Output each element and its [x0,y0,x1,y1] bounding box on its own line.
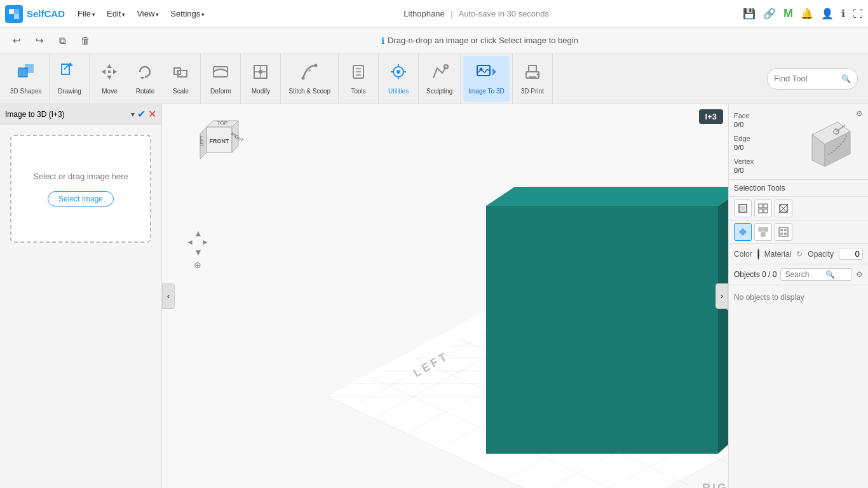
scale-button[interactable]: Scale [163,56,198,102]
svg-rect-18 [214,67,227,77]
color-swatch[interactable] [757,248,759,260]
left-panel: Image to 3D (I+3) ▾ ✔ ✕ Select or drag i… [0,104,162,488]
label-right: RIGHT [702,482,728,488]
rotate-button[interactable]: Rotate [128,56,162,102]
face-item: Face 0/0 [734,112,754,128]
autosave-text: Auto-save in 30 seconds [459,9,549,18]
undoredo-bar: ↩ ↪ ⧉ 🗑 ℹ Drag-n-drop an image or click … [0,28,868,53]
share-icon[interactable]: 🔗 [763,8,776,20]
objects-search-input[interactable] [785,270,823,279]
image-drop-zone[interactable]: Select or drag image here Select Image [10,135,151,243]
bell-icon[interactable]: 🔔 [801,8,813,20]
objects-settings-gear-icon[interactable]: ⚙ [856,270,863,279]
svg-rect-103 [761,233,765,236]
i3-badge[interactable]: I+3 [699,109,723,124]
select-image-button[interactable]: Select Image [48,191,114,207]
fev-section: Face 0/0 Edge 0/0 Vertex 0/0 [729,104,868,180]
drag-message: ℹ Drag-n-drop an image or click Select i… [99,36,860,46]
left-panel-title: Image to 3D (I+3) [5,110,128,119]
tools-icon [348,62,369,85]
right-panel: Face 0/0 Edge 0/0 Vertex 0/0 [728,104,868,488]
objects-search-icon: 🔍 [825,270,835,279]
modify-button[interactable]: Modify [243,56,278,102]
sel-mode-all-button[interactable] [775,223,792,241]
stitch-scoop-button[interactable]: Stitch & Scoop [283,56,336,102]
sel-mode-object-button[interactable] [734,223,752,241]
svg-marker-78 [718,187,728,454]
3d-shapes-button[interactable]: 3D Shapes [5,56,46,102]
svg-point-22 [259,70,262,74]
panel-arrow-icon[interactable]: ▾ [131,110,135,119]
svg-rect-92 [740,206,745,211]
transform-group: Move Rotate Scale [90,53,201,104]
app-title: Lithophane [403,9,444,18]
find-tool-input[interactable] [774,74,837,83]
selection-tools-row [729,197,868,220]
3d-cube-illustration [793,109,863,173]
drawing-button[interactable]: Drawing [52,56,86,102]
svg-marker-10 [107,76,112,79]
m-icon[interactable]: M [783,7,793,20]
move-button[interactable]: Move [92,56,126,102]
sel-mode-group-button[interactable] [754,223,772,241]
sculpting-button[interactable]: Sculpting [421,56,458,102]
deform-button[interactable]: Deform [203,56,238,102]
svg-point-43 [536,74,538,76]
menu-settings[interactable]: Settings▾ [165,6,210,21]
search-box[interactable]: 🔍 [780,268,852,281]
duplicate-button[interactable]: ⧉ [53,32,71,50]
svg-rect-107 [780,233,783,235]
svg-marker-9 [107,64,112,68]
panel-close-icon[interactable]: ✕ [148,108,156,120]
modify-group: Modify [241,53,281,104]
menu-file[interactable]: File▾ [72,6,100,21]
svg-point-31 [397,70,400,74]
svg-rect-0 [9,9,14,14]
stitch-group: Stitch & Scoop [281,53,339,104]
menu-view[interactable]: View▾ [132,6,164,21]
opacity-input[interactable]: 0 [839,248,863,260]
sel-tool-wireframe-button[interactable] [775,200,792,217]
shapes-group: 3D Shapes [3,53,50,104]
collapse-left-button[interactable]: ‹ [162,283,175,309]
scene-svg: LEFT BACK FRONT RIGHT X Y Z [162,104,728,488]
print-group: 3D Print [513,53,553,104]
svg-marker-14 [140,77,145,79]
info-icon[interactable]: ℹ [841,8,845,20]
svg-marker-11 [102,69,105,74]
viewport[interactable]: ‹ FRONT LEFT TOP RIGHT ▲ ▼ ◄ [162,104,728,488]
redo-button[interactable]: ↪ [31,32,48,50]
svg-rect-93 [759,204,763,208]
save-icon[interactable]: 💾 [743,8,756,20]
collapse-right-button[interactable]: › [715,283,728,309]
svg-line-17 [177,71,179,72]
image-to-3d-icon [476,62,496,85]
topbar: SelfCAD File▾ Edit▾ View▾ Settings▾ Lith… [0,0,868,28]
tools-button[interactable]: Tools [341,56,376,102]
svg-marker-79 [486,187,728,206]
deform-icon [210,62,231,85]
material-icon[interactable]: ↻ [796,250,803,259]
menu-edit[interactable]: Edit▾ [102,6,130,21]
find-tool-box[interactable]: 🔍 [767,68,858,90]
panel-settings-gear-icon[interactable]: ⚙ [856,109,863,118]
undo-button[interactable]: ↩ [8,32,25,50]
fullscreen-icon[interactable]: ⛶ [853,8,863,20]
search-icon: 🔍 [841,74,851,83]
utilities-button[interactable]: Utilities [381,56,416,102]
topbar-icons: 💾 🔗 M 🔔 👤 ℹ ⛶ [743,7,863,20]
3d-print-button[interactable]: 3D Print [515,56,550,102]
3d-shapes-icon [16,62,36,85]
delete-button[interactable]: 🗑 [76,32,94,50]
left-panel-header: Image to 3D (I+3) ▾ ✔ ✕ [0,104,161,125]
user-icon[interactable]: 👤 [821,8,834,20]
image-to-3d-button[interactable]: Image To 3D [463,56,510,102]
sel-tool-grid-button[interactable] [754,200,772,217]
drawing-group: Drawing [50,53,90,104]
svg-rect-41 [529,65,536,72]
sel-tool-face-button[interactable] [734,200,752,217]
panel-confirm-icon[interactable]: ✔ [137,108,146,120]
move-icon [99,62,119,85]
utilities-icon [388,62,409,85]
svg-rect-37 [477,65,490,76]
